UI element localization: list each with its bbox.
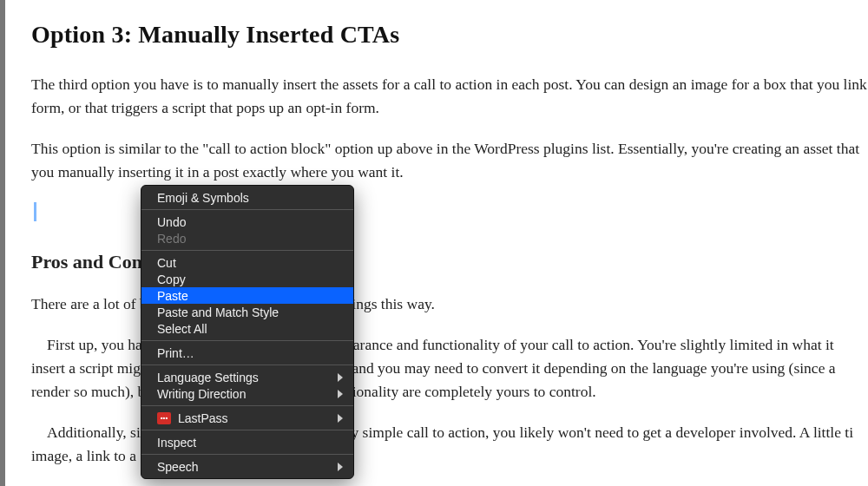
menu-item-select-all[interactable]: Select All bbox=[141, 320, 353, 337]
paragraph: The third option you have is to manually… bbox=[31, 73, 868, 120]
menu-item-copy[interactable]: Copy bbox=[141, 271, 353, 287]
menu-item-paste-match-style[interactable]: Paste and Match Style bbox=[141, 304, 353, 320]
menu-item-language-settings[interactable]: Language Settings bbox=[141, 369, 353, 385]
menu-separator bbox=[141, 209, 353, 210]
text-cursor bbox=[34, 202, 36, 221]
menu-item-lastpass[interactable]: ••• LastPass bbox=[141, 410, 353, 426]
context-menu: Emoji & Symbols Undo Redo Cut Copy Paste… bbox=[141, 185, 354, 479]
menu-item-label: Speech bbox=[157, 460, 198, 474]
menu-item-paste[interactable]: Paste bbox=[141, 287, 353, 304]
menu-item-writing-direction[interactable]: Writing Direction bbox=[141, 385, 353, 402]
menu-item-inspect[interactable]: Inspect bbox=[141, 434, 353, 450]
article-body: Option 3: Manually Inserted CTAs The thi… bbox=[5, 0, 868, 486]
paragraph: This option is similar to the "call to a… bbox=[31, 137, 868, 184]
menu-item-label: LastPass bbox=[178, 411, 228, 425]
menu-separator bbox=[141, 340, 353, 341]
menu-separator bbox=[141, 364, 353, 365]
menu-separator bbox=[141, 430, 353, 430]
menu-separator bbox=[141, 405, 353, 406]
menu-item-undo[interactable]: Undo bbox=[141, 213, 353, 230]
menu-item-label: Language Settings bbox=[157, 371, 259, 384]
menu-item-redo: Redo bbox=[141, 230, 353, 246]
menu-item-cut[interactable]: Cut bbox=[141, 254, 353, 271]
menu-item-speech[interactable]: Speech bbox=[141, 458, 353, 475]
menu-item-emoji-symbols[interactable]: Emoji & Symbols bbox=[141, 189, 353, 206]
submenu-arrow-icon bbox=[338, 390, 343, 398]
menu-separator bbox=[141, 454, 353, 455]
submenu-arrow-icon bbox=[338, 373, 343, 382]
lastpass-icon: ••• bbox=[157, 412, 171, 424]
submenu-arrow-icon bbox=[338, 463, 343, 471]
menu-item-label: Writing Direction bbox=[157, 387, 246, 401]
menu-separator bbox=[141, 250, 353, 251]
section-heading: Option 3: Manually Inserted CTAs bbox=[31, 21, 868, 49]
submenu-arrow-icon bbox=[338, 414, 343, 423]
menu-item-print[interactable]: Print… bbox=[141, 345, 353, 361]
